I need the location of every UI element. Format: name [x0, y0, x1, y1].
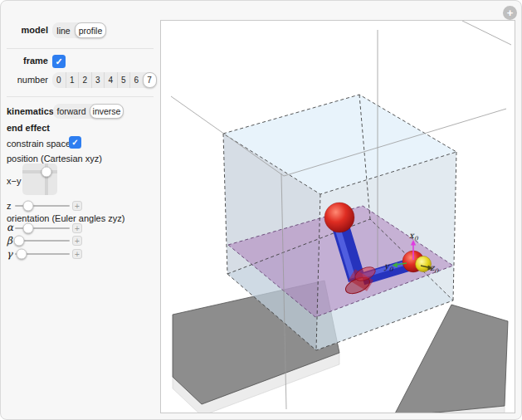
3d-plot-panel: x0 y0 z0 [160, 20, 515, 413]
position-label: position (Cartesian xyz) [7, 154, 102, 164]
checkmark-icon: ✓ [55, 56, 62, 67]
beta-stepper-button[interactable]: + [72, 236, 82, 246]
divider [7, 48, 154, 49]
constrain-space-label: constrain space [7, 139, 71, 149]
number-option-1[interactable]: 1 [66, 72, 79, 88]
beta-slider-label: β [7, 235, 12, 247]
alpha-slider[interactable] [15, 222, 70, 233]
kinematics-segmented-control: forward inverse [53, 104, 124, 119]
kinematics-option-forward[interactable]: forward [53, 104, 90, 119]
beta-slider[interactable] [15, 235, 70, 246]
number-option-3[interactable]: 3 [91, 72, 105, 88]
xy-crosshair-horizontal [22, 170, 57, 173]
plus-icon: + [75, 202, 80, 211]
number-segmented-control: 0 1 2 3 4 5 6 7 [52, 72, 157, 88]
plus-circle-icon: + [507, 7, 514, 19]
z-slider-thumb[interactable] [22, 200, 33, 211]
number-option-7[interactable]: 7 [143, 72, 157, 88]
xy-pad-thumb[interactable] [41, 166, 51, 177]
alpha-slider-label: α [7, 222, 13, 233]
kinematics-option-inverse[interactable]: inverse [90, 104, 124, 119]
number-label: number [1, 75, 48, 85]
alpha-stepper-button[interactable]: + [72, 223, 82, 233]
checkmark-icon: ✓ [71, 138, 78, 147]
demonstration-window: model line profile frame ✓ number 0 1 2 … [0, 0, 522, 420]
expand-button[interactable]: + [503, 6, 517, 20]
frame-checkbox[interactable]: ✓ [52, 55, 66, 68]
frame-label: frame [1, 56, 48, 66]
axis-line-corner [462, 21, 511, 45]
xy-2d-slider[interactable] [22, 164, 57, 195]
number-option-6[interactable]: 6 [129, 72, 143, 88]
model-segmented-control: line profile [52, 22, 106, 38]
gamma-slider-thumb[interactable] [16, 248, 27, 259]
divider [7, 96, 154, 97]
end-effect-label: end effect [7, 123, 50, 133]
gamma-slider[interactable] [15, 248, 70, 259]
plus-icon: + [75, 224, 80, 233]
number-option-0[interactable]: 0 [52, 72, 66, 88]
number-option-2[interactable]: 2 [78, 72, 91, 88]
z-slider[interactable] [15, 200, 70, 211]
shoulder-joint-sphere [324, 203, 354, 232]
z-slider-label: z [7, 201, 12, 211]
alpha-slider-thumb[interactable] [22, 222, 33, 233]
gamma-stepper-button[interactable]: + [72, 249, 82, 259]
model-label: model [1, 25, 48, 35]
3d-viewport[interactable]: x0 y0 z0 [161, 21, 515, 413]
beta-slider-thumb[interactable] [14, 235, 25, 246]
plus-icon: + [75, 250, 80, 259]
number-option-5[interactable]: 5 [117, 72, 130, 88]
gamma-slider-label: γ [7, 248, 12, 260]
constrain-space-checkbox[interactable]: ✓ [69, 136, 81, 149]
xy-pad-label: x−y [7, 176, 21, 186]
z-stepper-button[interactable]: + [72, 201, 82, 211]
model-option-profile[interactable]: profile [75, 22, 106, 38]
number-option-4[interactable]: 4 [104, 72, 117, 88]
plus-icon: + [75, 237, 80, 246]
model-option-line[interactable]: line [52, 22, 75, 38]
kinematics-label: kinematics [7, 106, 54, 116]
